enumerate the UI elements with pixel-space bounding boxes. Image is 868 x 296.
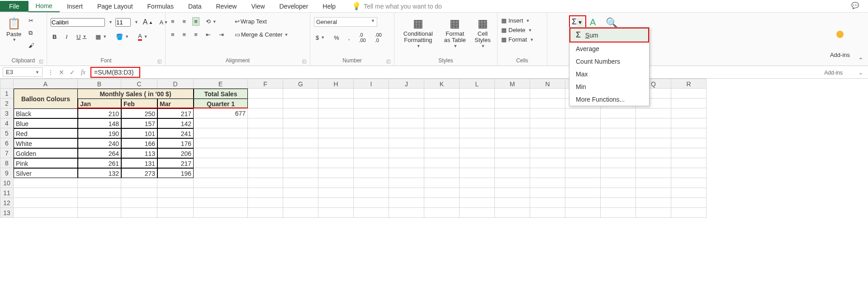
cell[interactable] — [283, 118, 318, 128]
cell[interactable] — [389, 198, 424, 208]
cell-name-5[interactable]: Pink — [14, 158, 78, 168]
cell[interactable] — [354, 168, 389, 178]
chevron-down-icon[interactable]: ▼ — [134, 20, 138, 24]
align-right-button[interactable]: ≡ — [192, 30, 199, 39]
tab-help[interactable]: Help — [315, 1, 343, 12]
cell[interactable] — [354, 158, 389, 168]
cell[interactable] — [424, 148, 460, 158]
align-top-button[interactable]: ≡ — [169, 17, 176, 26]
cell[interactable] — [248, 158, 283, 168]
cell[interactable] — [671, 178, 707, 188]
cell[interactable] — [530, 158, 565, 168]
cell[interactable] — [121, 188, 157, 198]
row-header-5[interactable]: 5 — [0, 128, 14, 138]
cell[interactable] — [424, 168, 460, 178]
cell[interactable] — [565, 138, 601, 148]
cell-mar-4[interactable]: 206 — [157, 148, 194, 158]
cell[interactable] — [283, 89, 318, 99]
cell[interactable] — [318, 158, 354, 168]
header-balloon-colours[interactable]: Balloon Colours — [14, 89, 78, 108]
dropdown-item-max[interactable]: Max — [569, 68, 649, 80]
cell[interactable] — [460, 108, 495, 118]
column-header-J[interactable]: J — [389, 79, 424, 89]
name-box[interactable]: E3 ▼ — [3, 67, 43, 77]
cell[interactable] — [424, 178, 460, 188]
cell[interactable] — [636, 128, 671, 138]
cell[interactable] — [318, 208, 354, 218]
cell[interactable] — [78, 208, 121, 218]
cell[interactable] — [495, 99, 530, 108]
cell[interactable] — [194, 178, 248, 188]
cell[interactable] — [389, 118, 424, 128]
cell[interactable] — [601, 108, 636, 118]
cell[interactable] — [78, 188, 121, 198]
cell[interactable] — [671, 89, 707, 99]
cell[interactable] — [354, 198, 389, 208]
cell[interactable] — [248, 118, 283, 128]
cell[interactable] — [318, 108, 354, 118]
cell[interactable] — [283, 168, 318, 178]
cell[interactable] — [460, 178, 495, 188]
cell-feb-2[interactable]: 101 — [121, 128, 157, 138]
cell[interactable] — [601, 148, 636, 158]
cell[interactable] — [671, 128, 707, 138]
cell[interactable] — [157, 178, 194, 188]
comma-style-button[interactable]: , — [346, 33, 352, 42]
cell[interactable] — [14, 178, 78, 188]
row-header-4[interactable]: 4 — [0, 118, 14, 128]
cell[interactable] — [530, 208, 565, 218]
cell[interactable] — [565, 168, 601, 178]
column-header-R[interactable]: R — [671, 79, 707, 89]
row-header-9[interactable]: 9 — [0, 168, 14, 178]
font-color-button[interactable]: A▼ — [136, 32, 150, 42]
cell[interactable] — [248, 99, 283, 108]
dropdown-item-average[interactable]: Average — [569, 42, 649, 55]
format-as-table-button[interactable]: ▦ Format as Table▼ — [440, 14, 470, 50]
cell-feb-4[interactable]: 113 — [121, 148, 157, 158]
header-jan[interactable]: Jan — [78, 99, 121, 108]
dialog-launcher-icon[interactable]: ◱ — [157, 59, 161, 64]
decrease-decimal-button[interactable]: .00.0 — [373, 31, 384, 44]
cell[interactable] — [460, 118, 495, 128]
cell-total-2[interactable] — [194, 128, 248, 138]
cell-feb-0[interactable]: 250 — [121, 108, 157, 118]
column-header-A[interactable]: A — [14, 79, 78, 89]
chevron-down-icon[interactable]: ▼ — [109, 20, 113, 24]
cell-mar-1[interactable]: 142 — [157, 118, 194, 128]
cell-name-0[interactable]: Black — [14, 108, 78, 118]
cell[interactable] — [318, 188, 354, 198]
cell[interactable] — [530, 198, 565, 208]
cell[interactable] — [318, 138, 354, 148]
cell-feb-5[interactable]: 131 — [121, 158, 157, 168]
cell[interactable] — [283, 198, 318, 208]
borders-button[interactable]: ▦▼ — [94, 33, 109, 41]
cell[interactable] — [530, 138, 565, 148]
cell[interactable] — [671, 148, 707, 158]
cell-mar-2[interactable]: 241 — [157, 128, 194, 138]
header-quarter1[interactable]: Quarter 1 — [194, 99, 248, 108]
cell-mar-5[interactable]: 217 — [157, 158, 194, 168]
dialog-launcher-icon[interactable]: ◱ — [386, 59, 390, 64]
cell[interactable] — [283, 138, 318, 148]
cell[interactable] — [601, 128, 636, 138]
dialog-launcher-icon[interactable]: ◱ — [302, 59, 306, 64]
row-header-1[interactable]: 1 — [0, 89, 14, 99]
cell[interactable] — [194, 188, 248, 198]
column-header-K[interactable]: K — [424, 79, 460, 89]
cell[interactable] — [14, 208, 78, 218]
cell[interactable] — [354, 178, 389, 188]
underline-button[interactable]: U▼ — [75, 33, 88, 41]
wrap-text-button[interactable]: ↩ Wrap Text — [233, 17, 290, 26]
cell-name-4[interactable]: Golden — [14, 148, 78, 158]
cell[interactable] — [283, 128, 318, 138]
cell[interactable] — [283, 148, 318, 158]
cell[interactable] — [248, 148, 283, 158]
cell[interactable] — [495, 188, 530, 198]
cell-jan-2[interactable]: 190 — [78, 128, 121, 138]
cell[interactable] — [460, 188, 495, 198]
cell[interactable] — [495, 208, 530, 218]
cell[interactable] — [530, 108, 565, 118]
tab-data[interactable]: Data — [181, 1, 209, 12]
tab-formulas[interactable]: Formulas — [140, 1, 181, 12]
cell[interactable] — [389, 158, 424, 168]
